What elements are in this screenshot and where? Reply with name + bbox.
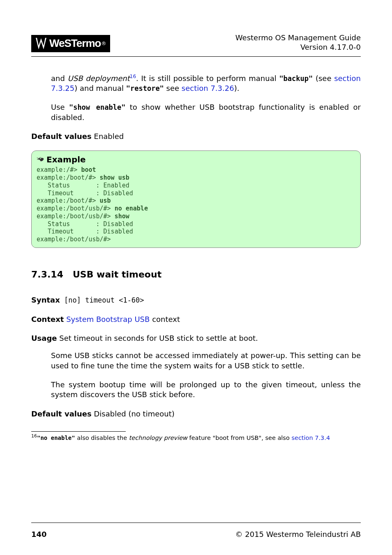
t: example:/boot/usb/#> <box>37 213 115 220</box>
t: boot <box>81 166 96 173</box>
link-section-7326[interactable]: section 7.3.26 <box>182 84 234 92</box>
t: Timeout : Disabled <box>37 228 133 235</box>
link-section-734[interactable]: section 7.3.4 <box>291 435 330 441</box>
t: Status : Enabled <box>37 182 129 189</box>
t: also disables the <box>75 435 129 441</box>
paragraph-continuation: and USB deployment16. It is still possib… <box>51 73 361 94</box>
t: and <box>51 74 68 83</box>
t: ) and manual <box>74 84 126 92</box>
usage-label: Usage <box>31 334 57 342</box>
t: feature "boot from USB", see also <box>187 435 291 441</box>
doc-title-line2: Version 4.17.0-0 <box>235 42 361 52</box>
t: example:/boot/usb/#> <box>37 236 111 243</box>
t: example:/#> <box>37 166 81 173</box>
footer: 140 © 2015 Westermo Teleindustri AB <box>31 530 361 539</box>
syntax-code: [no] timeout <1-60> <box>60 296 144 304</box>
t: (see <box>313 74 334 83</box>
copyright: © 2015 Westermo Teleindustri AB <box>235 530 361 539</box>
svg-line-3 <box>37 157 39 159</box>
footnote-rule <box>31 431 126 432</box>
t: Timeout : Disabled <box>37 190 133 197</box>
t: usb <box>100 197 111 204</box>
context-suffix: context <box>150 315 180 324</box>
context-row: Context System Bootstrap USB context <box>31 314 361 324</box>
t: example:/boot/usb/#> <box>37 205 115 212</box>
t: . It is still possible to perform manual <box>136 74 279 83</box>
example-title: Example <box>46 154 86 165</box>
section-heading: 7.3.14 USB wait timeout <box>31 268 361 281</box>
example-box: Example example:/#> boot example:/boot/#… <box>31 150 361 248</box>
default-values-row: Default values Enabled <box>31 132 361 141</box>
section-number: 7.3.14 <box>31 269 63 280</box>
usage-text: Set timeout in seconds for USB stick to … <box>57 334 258 342</box>
t: ). <box>234 84 240 92</box>
section-title: USB wait timeout <box>73 269 161 280</box>
t: "restore" <box>126 84 164 92</box>
logo-text: WeSTermo <box>49 37 101 50</box>
body: and USB deployment16. It is still possib… <box>31 73 361 442</box>
footnote-16: 16"no enable" also disables the technolo… <box>31 433 361 442</box>
westermo-w-icon <box>35 37 49 50</box>
syntax-row: Syntax [no] timeout <1-60> <box>31 295 361 305</box>
doc-title: Westermo OS Management Guide Version 4.1… <box>235 33 361 52</box>
footnote-ref-16[interactable]: 16 <box>130 74 136 79</box>
default-values-text: Enabled <box>92 132 124 141</box>
doc-title-line1: Westermo OS Management Guide <box>235 33 361 42</box>
logo-registered: ® <box>101 41 106 46</box>
usage-paragraph-2: The system bootup time will be prolonged… <box>51 380 361 400</box>
logo: WeSTermo ® <box>31 35 110 52</box>
footnote-mark: 16 <box>31 433 37 439</box>
context-label: Context <box>31 315 64 324</box>
link-system-bootstrap-usb[interactable]: System Bootstrap USB <box>66 315 150 324</box>
default-values-label: Default values <box>31 132 92 141</box>
header: WeSTermo ® Westermo OS Management Guide … <box>31 33 361 52</box>
terminal-output: example:/#> boot example:/boot/#> show u… <box>37 166 355 243</box>
page-number: 140 <box>31 530 47 539</box>
usage-paragraph-1: Some USB sticks cannot be accessed immed… <box>51 351 361 371</box>
header-rule <box>31 56 361 57</box>
default-values-text-2: Disabled (no timeout) <box>92 409 175 418</box>
example-heading: Example <box>37 154 355 165</box>
paragraph-show-enable: Use "show enable" to show whether USB bo… <box>51 102 361 123</box>
t: show usb <box>100 174 129 181</box>
t: example:/boot/#> <box>37 197 100 204</box>
footer-rule <box>31 523 361 523</box>
page: WeSTermo ® Westermo OS Management Guide … <box>0 0 392 555</box>
t: "show enable" <box>69 103 126 111</box>
t: see <box>164 84 182 92</box>
t: USB deployment <box>68 74 130 83</box>
syntax-label: Syntax <box>31 296 60 304</box>
svg-line-4 <box>37 159 38 160</box>
t: technology preview <box>129 435 187 441</box>
t: "no enable" <box>37 435 75 441</box>
t: no enable <box>115 205 148 212</box>
t: show <box>115 213 129 220</box>
t: Use <box>51 103 69 111</box>
default-values-row-2: Default values Disabled (no timeout) <box>31 409 361 419</box>
default-values-label-2: Default values <box>31 409 92 418</box>
t: "backup" <box>279 74 313 83</box>
t: Status : Disabled <box>37 220 133 228</box>
usage-row: Usage Set timeout in seconds for USB sti… <box>31 333 361 343</box>
bee-icon <box>35 153 46 166</box>
t: example:/boot/#> <box>37 174 100 181</box>
